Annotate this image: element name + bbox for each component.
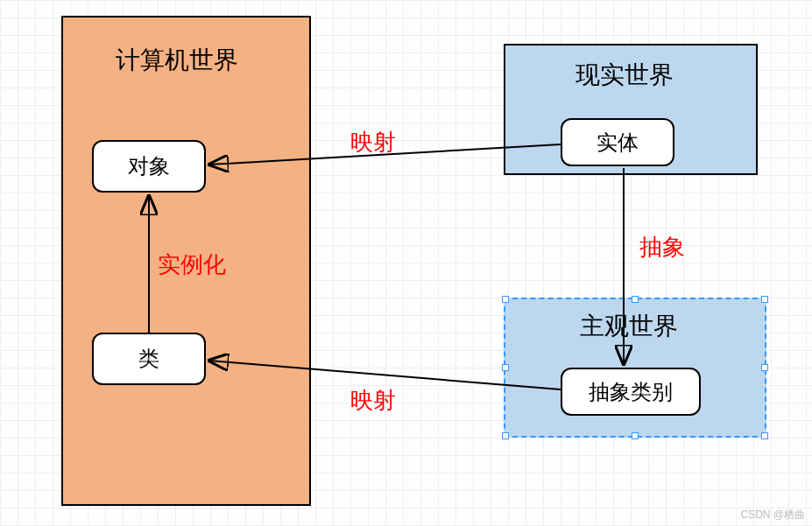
abstract-label: 抽象: [639, 232, 685, 263]
resize-handle-icon[interactable]: [761, 296, 768, 303]
instantiate-label: 实例化: [158, 249, 226, 280]
resize-handle-icon[interactable]: [502, 432, 509, 439]
entity-node: 实体: [561, 118, 674, 166]
resize-handle-icon[interactable]: [502, 364, 509, 371]
resize-handle-icon[interactable]: [502, 296, 509, 303]
watermark: CSDN @栖曲: [740, 508, 805, 522]
resize-handle-icon[interactable]: [761, 432, 768, 439]
class-node: 类: [92, 333, 206, 385]
resize-handle-icon[interactable]: [632, 296, 639, 303]
object-node: 对象: [92, 140, 206, 193]
class-node-label: 类: [138, 345, 159, 373]
abstract-category-node: 抽象类别: [561, 368, 701, 416]
resize-handle-icon[interactable]: [632, 432, 639, 439]
object-node-label: 对象: [128, 152, 170, 180]
abstract-category-node-label: 抽象类别: [589, 378, 673, 406]
real-world-title: 现实世界: [575, 59, 674, 92]
resize-handle-icon[interactable]: [761, 364, 768, 371]
computer-world-title: 计算机世界: [116, 44, 238, 77]
map1-label: 映射: [350, 127, 396, 158]
subjective-world-title: 主观世界: [580, 310, 678, 343]
map2-label: 映射: [350, 385, 396, 416]
entity-node-label: 实体: [597, 129, 639, 157]
